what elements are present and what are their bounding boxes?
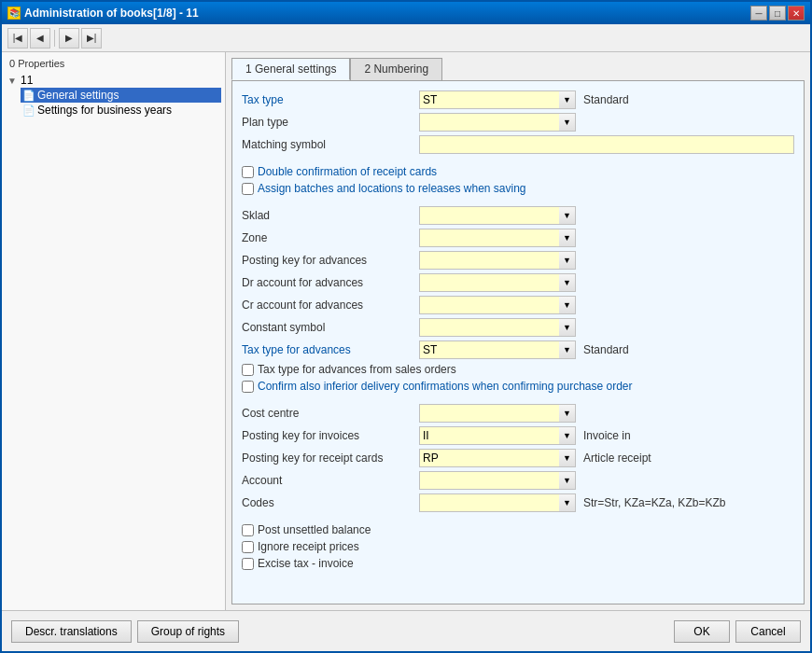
posting-key-adv-label: Posting key for advances bbox=[242, 254, 419, 267]
tax-adv-sales-row: Tax type for advances from sales orders bbox=[242, 363, 794, 376]
tab-numbering[interactable]: 2 Numbering bbox=[350, 58, 442, 80]
zone-input[interactable] bbox=[419, 229, 559, 247]
tax-adv-sales-label: Tax type for advances from sales orders bbox=[258, 363, 456, 376]
posting-key-rcp-dropdown-btn[interactable]: ▼ bbox=[559, 449, 576, 467]
ok-button[interactable]: OK bbox=[674, 620, 730, 643]
right-panel: 1 General settings 2 Numbering Tax type … bbox=[226, 52, 810, 610]
zone-row: Zone ▼ bbox=[242, 229, 794, 247]
tax-adv-sales-checkbox[interactable] bbox=[242, 364, 254, 376]
post-unsettled-row: Post unsettled balance bbox=[242, 523, 794, 536]
account-label: Account bbox=[242, 474, 419, 487]
codes-dropdown-btn[interactable]: ▼ bbox=[559, 493, 576, 512]
plan-type-input[interactable] bbox=[419, 113, 559, 132]
post-unsettled-checkbox[interactable] bbox=[242, 524, 254, 536]
assign-batches-label: Assign batches and locations to releases… bbox=[258, 182, 526, 195]
first-button[interactable]: |◀ bbox=[7, 28, 28, 49]
tree-item-general[interactable]: 📄 General settings bbox=[21, 88, 221, 103]
posting-key-inv-dropdown-btn[interactable]: ▼ bbox=[559, 426, 576, 445]
plan-type-dropdown: ▼ bbox=[419, 113, 576, 132]
tree-item-business[interactable]: 📄 Settings for business years bbox=[21, 103, 221, 118]
posting-key-rcp-text: Article receipt bbox=[583, 452, 794, 465]
constant-symbol-input[interactable] bbox=[419, 318, 559, 337]
posting-key-adv-dropdown: ▼ bbox=[419, 251, 576, 270]
tax-type-adv-input[interactable] bbox=[419, 340, 559, 359]
cr-account-dropdown: ▼ bbox=[419, 296, 576, 314]
confirm-delivery-label: Confirm also inferior delivery confirmat… bbox=[258, 380, 633, 393]
posting-key-inv-row: Posting key for invoices ▼ Invoice in bbox=[242, 426, 794, 445]
posting-key-inv-input[interactable] bbox=[419, 426, 559, 445]
tab-general-settings[interactable]: 1 General settings bbox=[231, 58, 350, 80]
posting-key-inv-dropdown: ▼ bbox=[419, 426, 576, 445]
tax-type-dropdown: ▼ bbox=[419, 90, 576, 109]
posting-key-rcp-row: Posting key for receipt cards ▼ Article … bbox=[242, 449, 794, 467]
double-confirm-label: Double confirmation of receipt cards bbox=[258, 165, 437, 178]
group-of-rights-button[interactable]: Group of rights bbox=[137, 620, 239, 643]
zone-dropdown-btn[interactable]: ▼ bbox=[559, 229, 576, 247]
posting-key-inv-label: Posting key for invoices bbox=[242, 429, 419, 442]
cr-account-input[interactable] bbox=[419, 296, 559, 314]
cost-centre-input[interactable] bbox=[419, 404, 559, 423]
excise-tax-checkbox[interactable] bbox=[242, 558, 254, 570]
codes-dropdown: ▼ bbox=[419, 493, 576, 512]
tree-item-root[interactable]: ▼ 11 bbox=[6, 73, 221, 88]
sklad-input[interactable] bbox=[419, 206, 559, 225]
doc2-icon: 📄 bbox=[22, 104, 35, 117]
window-title: Administration of books[1/8] - 11 bbox=[24, 7, 199, 20]
constant-symbol-row: Constant symbol ▼ bbox=[242, 318, 794, 337]
account-row: Account ▼ bbox=[242, 471, 794, 490]
play-button[interactable]: ▶ bbox=[59, 28, 79, 49]
tree-expand-icon: ▼ bbox=[7, 76, 19, 86]
tax-type-adv-field: ▼ Standard bbox=[419, 340, 794, 359]
posting-key-adv-dropdown-btn[interactable]: ▼ bbox=[559, 251, 576, 270]
bottom-left: Descr. translations Group of rights bbox=[11, 620, 239, 643]
posting-key-inv-field: ▼ Invoice in bbox=[419, 426, 794, 445]
cost-centre-dropdown-btn[interactable]: ▼ bbox=[559, 404, 576, 423]
codes-field: ▼ Str=Str, KZa=KZa, KZb=KZb bbox=[419, 493, 794, 512]
double-confirm-checkbox[interactable] bbox=[242, 166, 254, 178]
restore-button[interactable]: □ bbox=[769, 6, 786, 21]
title-bar-left: 📚 Administration of books[1/8] - 11 bbox=[7, 7, 199, 20]
prev-button[interactable]: ◀ bbox=[30, 28, 50, 49]
last-button[interactable]: ▶| bbox=[81, 28, 102, 49]
tax-type-adv-dropdown-btn[interactable]: ▼ bbox=[559, 340, 576, 359]
matching-symbol-field bbox=[419, 135, 794, 154]
bottom-bar: Descr. translations Group of rights OK C… bbox=[2, 610, 810, 651]
dr-account-input[interactable] bbox=[419, 273, 559, 292]
tax-type-dropdown-btn[interactable]: ▼ bbox=[559, 90, 576, 109]
ignore-receipt-checkbox[interactable] bbox=[242, 541, 254, 553]
plan-type-row: Plan type ▼ bbox=[242, 113, 794, 132]
cr-account-dropdown-btn[interactable]: ▼ bbox=[559, 296, 576, 314]
sidebar: 0 Properties ▼ 11 📄 General settings 📄 S… bbox=[2, 52, 226, 610]
sklad-label: Sklad bbox=[242, 209, 419, 222]
dr-account-dropdown-btn[interactable]: ▼ bbox=[559, 273, 576, 292]
account-dropdown-btn[interactable]: ▼ bbox=[559, 471, 576, 490]
plan-type-dropdown-btn[interactable]: ▼ bbox=[559, 113, 576, 132]
sklad-dropdown-btn[interactable]: ▼ bbox=[559, 206, 576, 225]
constant-symbol-dropdown-btn[interactable]: ▼ bbox=[559, 318, 576, 337]
toolbar-separator bbox=[54, 30, 55, 47]
sklad-row: Sklad ▼ bbox=[242, 206, 794, 225]
tree-label-business: Settings for business years bbox=[37, 104, 172, 117]
posting-key-rcp-input[interactable] bbox=[419, 449, 559, 467]
confirm-delivery-checkbox[interactable] bbox=[242, 381, 254, 393]
account-input[interactable] bbox=[419, 471, 559, 490]
codes-text: Str=Str, KZa=KZa, KZb=KZb bbox=[583, 496, 794, 509]
posting-key-rcp-field: ▼ Article receipt bbox=[419, 449, 794, 467]
confirm-delivery-row: Confirm also inferior delivery confirmat… bbox=[242, 380, 794, 393]
codes-input[interactable] bbox=[419, 493, 559, 512]
posting-key-inv-text: Invoice in bbox=[583, 429, 794, 442]
assign-batches-checkbox[interactable] bbox=[242, 183, 254, 195]
tax-type-input[interactable] bbox=[419, 90, 559, 109]
matching-symbol-input[interactable] bbox=[419, 135, 794, 154]
descr-translations-button[interactable]: Descr. translations bbox=[11, 620, 132, 643]
account-field: ▼ bbox=[419, 471, 794, 490]
posting-key-adv-input[interactable] bbox=[419, 251, 559, 270]
tab-content: Tax type ▼ Standard Plan type bbox=[231, 80, 805, 604]
minimize-button[interactable]: ─ bbox=[750, 6, 767, 21]
toolbar: |◀ ◀ ▶ ▶| bbox=[2, 24, 810, 52]
cancel-button[interactable]: Cancel bbox=[735, 620, 801, 643]
dr-account-field: ▼ bbox=[419, 273, 794, 292]
close-button[interactable]: ✕ bbox=[788, 6, 805, 21]
plan-type-field: ▼ bbox=[419, 113, 794, 132]
sklad-dropdown: ▼ bbox=[419, 206, 576, 225]
